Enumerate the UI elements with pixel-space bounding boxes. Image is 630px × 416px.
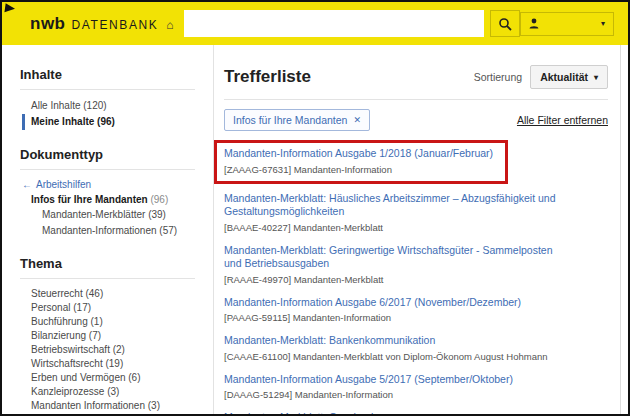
result-title-link[interactable]: Mandanten-Merkblatt: Geschenke [224, 411, 569, 414]
result-item: Mandanten-Merkblatt: Häusliches Arbeitsz… [224, 192, 608, 233]
cursor-artifact [4, 3, 15, 13]
scrollbar-gutter[interactable] [620, 45, 628, 414]
result-title-link[interactable]: Mandanten-Information Ausgabe 1/2018 (Ja… [224, 147, 493, 161]
sidebar-item-buchfuehrung[interactable]: Buchführung (1) [2, 315, 213, 329]
sidebar-item-wirtschaftsrecht[interactable]: Wirtschaftsrecht (19) [2, 357, 213, 371]
header-bar: nwb DATENBANK ⌂ ▾ [2, 2, 628, 45]
sidebar-item-alle-inhalte[interactable]: Alle Inhalte (120) [2, 98, 213, 114]
result-meta: [DAAAG-51294] Mandanten-Information [224, 389, 608, 400]
results-pane: Trefferliste Sortierung Aktualität▾ Info… [214, 45, 620, 414]
search-button[interactable] [490, 10, 520, 37]
page-title: Trefferliste [224, 67, 311, 87]
sidebar-item-steuerrecht[interactable]: Steuerrecht (46) [2, 287, 213, 301]
active-doc-label: Infos für Ihre Mandanten [31, 194, 148, 205]
result-item: Mandanten-Information Ausgabe 5/2017 (Se… [224, 373, 608, 401]
sidebar-back-arbeitshilfen[interactable]: ←Arbeitshilfen [2, 178, 213, 193]
sidebar-item-mandanten-merkblaetter[interactable]: Mandanten-Merkblätter (39) [2, 207, 213, 223]
search-group [184, 10, 520, 37]
result-item: Mandanten-Merkblatt: Geschenke [EAAAC-96… [224, 411, 608, 414]
sidebar-item-mandanten-informationen[interactable]: Mandanten-Informationen (57) [2, 223, 213, 239]
result-meta: [RAAAE-49970] Mandanten-Merkblatt [224, 274, 608, 285]
annotation-highlight-box: Mandanten-Information Ausgabe 1/2018 (Ja… [214, 140, 508, 184]
divider [20, 278, 195, 279]
result-title-link[interactable]: Mandanten-Merkblatt: Bankenkommunikation [224, 334, 569, 348]
sidebar-item-meine-inhalte[interactable]: Meine Inhalte (96) [22, 114, 213, 130]
search-icon [498, 17, 512, 31]
section-title: Inhalte [2, 67, 213, 82]
section-thema: Thema Steuerrecht (46) Personal (17) Buc… [2, 256, 213, 413]
divider [20, 89, 195, 90]
result-title-link[interactable]: Mandanten-Merkblatt: Häusliches Arbeitsz… [224, 192, 569, 219]
section-inhalte: Inhalte Alle Inhalte (120) Meine Inhalte… [2, 67, 213, 130]
logo-text-datenbank: DATENBANK [72, 18, 159, 32]
result-item: Mandanten-Information Ausgabe 6/2017 (No… [224, 296, 608, 324]
user-menu-button[interactable]: ▾ [520, 12, 614, 36]
sort-value: Aktualität [540, 71, 588, 83]
home-icon[interactable]: ⌂ [166, 18, 173, 32]
result-meta: [ZAAAG-67631] Mandanten-Information [224, 164, 493, 175]
filter-chip-label: Infos für Ihre Mandanten [233, 114, 347, 126]
sidebar-item-infos-mandanten[interactable]: Infos für Ihre Mandanten (96) [2, 193, 213, 207]
result-title-link[interactable]: Mandanten-Information Ausgabe 5/2017 (Se… [224, 373, 569, 387]
sidebar-item-bilanzierung[interactable]: Bilanzierung (7) [2, 329, 213, 343]
result-item: Mandanten-Information Ausgabe 1/2018 (Ja… [224, 147, 493, 175]
sidebar-item-kanzleiprozesse[interactable]: Kanzleiprozesse (3) [2, 385, 213, 399]
active-doc-count: (96) [150, 194, 168, 205]
caret-down-icon: ▾ [601, 19, 605, 28]
result-meta: [CAAAE-61100] Mandanten-Merkblatt von Di… [224, 351, 608, 362]
sidebar-item-personal[interactable]: Personal (17) [2, 301, 213, 315]
back-link-label: Arbeitshilfen [36, 179, 91, 190]
result-title-link[interactable]: Mandanten-Merkblatt: Geringwertige Wirts… [224, 244, 569, 271]
caret-down-icon: ▾ [594, 73, 598, 82]
result-title-link[interactable]: Mandanten-Information Ausgabe 6/2017 (No… [224, 296, 569, 310]
app-window: nwb DATENBANK ⌂ ▾ Inhalte [0, 0, 630, 416]
back-arrow-icon: ← [22, 179, 32, 190]
sort-dropdown[interactable]: Aktualität▾ [530, 65, 608, 89]
sidebar-item-mandanten-informationen-thema[interactable]: Mandanten Informationen (3) [2, 399, 213, 413]
section-dokumenttyp: Dokumenttyp ←Arbeitshilfen Infos für Ihr… [2, 147, 213, 239]
divider [20, 169, 195, 170]
result-item: Mandanten-Merkblatt: Bankenkommunikation… [224, 334, 608, 362]
result-meta: [BAAAE-40227] Mandanten-Merkblatt [224, 222, 608, 233]
section-title: Thema [2, 256, 213, 271]
result-meta: [PAAAG-59115] Mandanten-Information [224, 312, 608, 323]
search-input[interactable] [184, 10, 484, 37]
brand-logo[interactable]: nwb DATENBANK ⌂ [30, 14, 174, 34]
section-title: Dokumenttyp [2, 147, 213, 162]
logo-text-nwb: nwb [30, 14, 66, 34]
result-list: Mandanten-Information Ausgabe 1/2018 (Ja… [224, 144, 608, 414]
divider [224, 99, 608, 100]
clear-all-filters-link[interactable]: Alle Filter entfernen [517, 114, 608, 126]
sidebar-item-betriebswirtschaft[interactable]: Betriebswirtschaft (2) [2, 343, 213, 357]
user-icon [529, 18, 539, 29]
filter-chip-infos-mandanten[interactable]: Infos für Ihre Mandanten✕ [224, 109, 370, 131]
sidebar-item-erben-vermoegen[interactable]: Erben und Vermögen (6) [2, 371, 213, 385]
result-item: Mandanten-Merkblatt: Geringwertige Wirts… [224, 244, 608, 285]
filter-sidebar: Inhalte Alle Inhalte (120) Meine Inhalte… [2, 45, 214, 414]
sort-label: Sortierung [474, 71, 522, 83]
close-icon[interactable]: ✕ [353, 115, 361, 125]
